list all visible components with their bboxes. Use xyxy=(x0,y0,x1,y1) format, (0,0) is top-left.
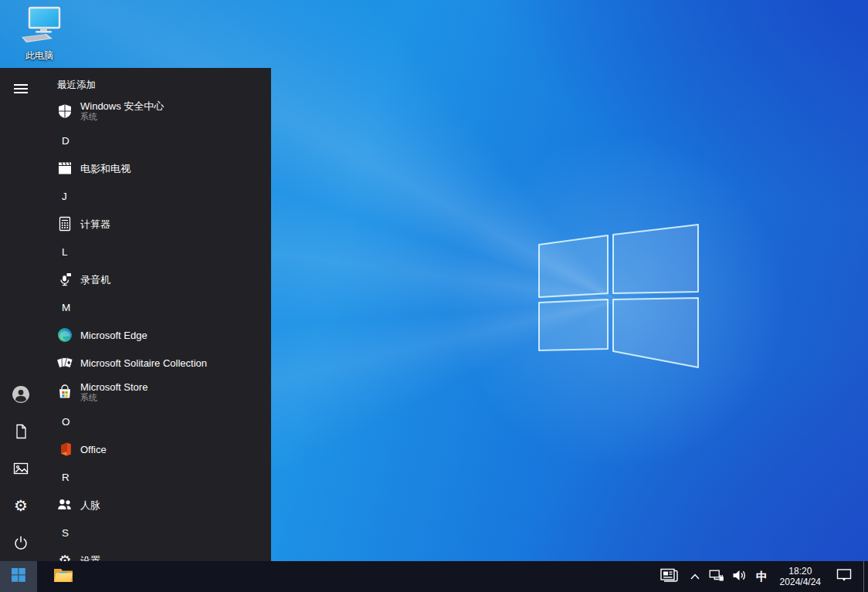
settings-gear-icon[interactable]: ⚙ xyxy=(2,487,39,524)
app-label: 设置 xyxy=(80,555,100,562)
clock-date: 2024/4/24 xyxy=(780,577,821,587)
start-app-item[interactable]: 计算器 xyxy=(56,210,271,238)
clock-time: 18:20 xyxy=(780,566,821,577)
taskbar-clock[interactable]: 18:20 2024/4/24 xyxy=(773,566,828,587)
people-icon xyxy=(56,496,74,514)
network-button[interactable] xyxy=(705,561,728,592)
app-sublabel: 系统 xyxy=(80,393,147,403)
computer-icon xyxy=(17,34,62,47)
file-explorer-icon xyxy=(53,567,73,587)
ime-indicator[interactable]: 中 xyxy=(751,561,773,592)
start-section-letter[interactable]: M xyxy=(56,293,271,321)
user-account-icon[interactable] xyxy=(2,376,39,413)
desktop-icon-this-pc[interactable]: 此电脑 xyxy=(9,6,70,63)
recently-added-header: 最近添加 xyxy=(56,74,271,96)
calculator-icon xyxy=(56,215,74,233)
show-desktop-button[interactable] xyxy=(864,561,868,592)
app-label: Microsoft Edge xyxy=(80,330,147,341)
start-menu-rail: ⚙ xyxy=(0,68,42,561)
section-letter-label: L xyxy=(62,246,68,258)
app-label: Microsoft Store xyxy=(80,381,147,393)
app-label: 电影和电视 xyxy=(80,163,131,174)
power-icon[interactable] xyxy=(2,524,39,561)
screen: 此电脑 ⚙ 最近添加 Windows 安全中心系统D电影和电视J计算器L录音机M… xyxy=(0,0,868,592)
file-explorer-button[interactable] xyxy=(45,561,82,592)
news-and-interests-button[interactable] xyxy=(654,561,685,592)
ime-label: 中 xyxy=(756,570,768,584)
action-center-button[interactable] xyxy=(828,561,860,592)
documents-icon[interactable] xyxy=(2,413,39,450)
solitaire-icon xyxy=(56,354,74,372)
start-app-item[interactable]: 人脉 xyxy=(56,491,271,519)
app-sublabel: 系统 xyxy=(80,112,164,122)
start-app-item[interactable]: 录音机 xyxy=(56,266,271,293)
taskbar: 中 18:20 2024/4/24 xyxy=(0,561,868,592)
start-app-item[interactable]: Microsoft Store系统 xyxy=(56,377,271,408)
office-icon xyxy=(56,440,74,458)
store-icon xyxy=(56,383,74,401)
chevron-up-icon xyxy=(690,570,700,584)
start-app-item[interactable]: 电影和电视 xyxy=(56,154,271,182)
start-app-item[interactable]: Microsoft Edge xyxy=(56,321,271,349)
tray-overflow-button[interactable] xyxy=(685,561,705,592)
start-app-item[interactable]: ⚙设置 xyxy=(56,546,271,561)
windows-security-icon xyxy=(56,102,74,120)
start-section-letter[interactable]: O xyxy=(56,408,271,435)
system-tray: 中 18:20 2024/4/24 xyxy=(654,561,868,592)
start-app-list: 最近添加 Windows 安全中心系统D电影和电视J计算器L录音机MMicros… xyxy=(42,68,271,561)
voice-recorder-icon xyxy=(56,270,74,289)
volume-button[interactable] xyxy=(728,561,751,592)
app-label: Office xyxy=(80,444,107,455)
section-letter-label: D xyxy=(62,135,70,147)
hamburger-menu-icon[interactable] xyxy=(2,70,39,107)
app-label: Windows 安全中心 xyxy=(80,100,164,112)
section-letter-label: S xyxy=(62,527,69,539)
section-letter-label: M xyxy=(62,302,70,313)
app-label: 人脉 xyxy=(80,499,100,511)
settings-icon: ⚙ xyxy=(56,551,74,561)
section-letter-label: O xyxy=(62,416,70,428)
action-center-icon xyxy=(836,568,852,586)
pictures-icon[interactable] xyxy=(2,450,39,487)
app-label: 录音机 xyxy=(80,274,110,286)
start-section-letter[interactable]: L xyxy=(56,238,271,266)
section-letter-label: J xyxy=(62,191,67,202)
start-app-item[interactable]: Office xyxy=(56,435,271,463)
start-section-letter[interactable]: D xyxy=(56,127,271,154)
start-section-letter[interactable]: R xyxy=(56,463,271,491)
edge-icon xyxy=(56,326,74,344)
app-label: 计算器 xyxy=(80,218,110,230)
start-app-item[interactable]: Microsoft Solitaire Collection xyxy=(56,349,271,377)
network-wired-icon xyxy=(709,568,724,585)
desktop-icon-label: 此电脑 xyxy=(9,49,70,63)
wallpaper-windows-logo-icon xyxy=(533,220,703,374)
news-icon xyxy=(660,568,678,585)
movies-tv-icon xyxy=(56,159,74,178)
start-button[interactable] xyxy=(0,561,37,592)
start-section-letter[interactable]: S xyxy=(56,519,271,546)
volume-icon xyxy=(732,569,748,585)
start-section-letter[interactable]: J xyxy=(56,182,271,210)
section-letter-label: R xyxy=(62,472,70,483)
start-menu: ⚙ 最近添加 Windows 安全中心系统D电影和电视J计算器L录音机MMicr… xyxy=(0,68,271,561)
windows-start-icon xyxy=(12,568,25,585)
start-app-item[interactable]: Windows 安全中心系统 xyxy=(56,96,271,127)
app-label: Microsoft Solitaire Collection xyxy=(80,357,207,369)
